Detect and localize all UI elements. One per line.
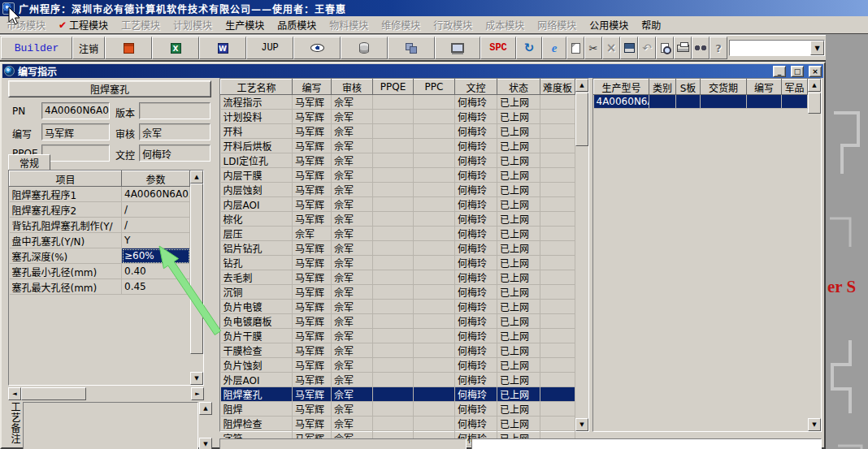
column-header[interactable]: 项目 bbox=[10, 171, 122, 187]
table-row[interactable]: 盘中孔塞孔(Y/N)Y bbox=[10, 233, 190, 248]
print-button[interactable] bbox=[674, 37, 692, 59]
menu-item[interactable]: 生产模块 bbox=[219, 16, 271, 33]
table-row[interactable]: 干膜检查马军辉佘军何梅玲已上网 bbox=[221, 343, 575, 358]
table-row[interactable]: 负电镀磨板马军辉佘军何梅玲已上网 bbox=[221, 314, 575, 329]
notes-vscrollbar[interactable]: ▲ ▼ bbox=[199, 402, 212, 449]
column-header[interactable]: 军品 bbox=[782, 80, 808, 95]
column-header[interactable]: 状态 bbox=[497, 80, 540, 95]
column-header[interactable]: 工艺名称 bbox=[221, 80, 293, 95]
notes-textarea[interactable] bbox=[23, 402, 198, 449]
column-header[interactable]: S板 bbox=[676, 80, 701, 95]
table-row[interactable]: 塞孔最大孔径(mm)0.45 bbox=[10, 279, 190, 295]
maximize-button[interactable]: □ bbox=[791, 66, 804, 77]
database-button[interactable] bbox=[341, 37, 388, 59]
column-header[interactable]: 难度板 bbox=[540, 80, 575, 95]
param-hscrollbar[interactable]: ◄ ► bbox=[8, 387, 204, 400]
find-button[interactable] bbox=[692, 37, 710, 59]
scroll-right-icon[interactable]: ► bbox=[191, 387, 204, 400]
menu-item[interactable]: 行政模块 bbox=[427, 16, 479, 33]
table-row[interactable]: 沉铜马军辉佘军何梅玲已上网 bbox=[221, 285, 575, 300]
menu-item[interactable]: 公用模块 bbox=[583, 16, 635, 33]
table-row[interactable]: 阻焊塞孔程序14A0060N6A0.cvi bbox=[10, 187, 190, 202]
save-button[interactable] bbox=[620, 37, 638, 59]
table-row[interactable]: 层压佘军佘军何梅玲已上网 bbox=[221, 227, 575, 241]
logout-button[interactable]: 注销 bbox=[72, 37, 105, 59]
param-table-vscrollbar[interactable]: ▲ ▼ bbox=[190, 171, 203, 385]
process-header-button[interactable]: 阻焊塞孔 bbox=[8, 80, 211, 97]
minimize-button[interactable]: _ bbox=[773, 66, 786, 77]
builder-button[interactable]: Builder bbox=[1, 37, 72, 59]
menu-item[interactable]: 帮助 bbox=[635, 16, 667, 33]
table-row[interactable]: 铝片钻孔马军辉佘军何梅玲已上网 bbox=[221, 241, 575, 256]
column-header[interactable]: PPC bbox=[414, 80, 455, 95]
network-button[interactable] bbox=[388, 37, 435, 59]
scroll-down-icon[interactable]: ▼ bbox=[199, 438, 212, 449]
scrollbar-thumb[interactable] bbox=[190, 183, 203, 354]
menu-item[interactable]: 品质模块 bbox=[271, 16, 323, 33]
bottom-left-panel[interactable] bbox=[219, 438, 467, 449]
menu-item[interactable]: 物料模块 bbox=[323, 16, 375, 33]
table-row[interactable]: 背钻孔阻焊塞孔制作(Y// bbox=[10, 218, 190, 233]
scroll-up-icon[interactable]: ▲ bbox=[575, 79, 588, 92]
product-table-vscrollbar[interactable]: ▲ ▼ bbox=[808, 79, 821, 431]
toolbar-combobox[interactable]: ▼ bbox=[729, 40, 825, 56]
workstation-button[interactable] bbox=[435, 37, 480, 59]
doccontrol-input[interactable]: 何梅玲 bbox=[139, 145, 210, 162]
table-row[interactable]: 内层AOI马军辉佘军何梅玲已上网 bbox=[221, 197, 575, 212]
menu-item[interactable]: 成本模块 bbox=[479, 16, 531, 33]
column-header[interactable]: 参数 bbox=[122, 171, 190, 187]
close-button[interactable]: × bbox=[809, 66, 822, 77]
table-row[interactable]: 阻焊检查马军辉佘军何梅玲已上网 bbox=[221, 417, 575, 431]
spc-button[interactable]: SPC bbox=[480, 37, 516, 59]
report-button[interactable] bbox=[105, 37, 152, 59]
column-header[interactable]: 交货期 bbox=[701, 80, 747, 95]
table-row[interactable]: 流程指示马军辉佘军何梅玲已上网 bbox=[221, 95, 575, 110]
table-row[interactable]: 阻焊塞孔程序2/ bbox=[10, 202, 190, 218]
column-header[interactable]: 文控 bbox=[455, 80, 497, 95]
scroll-up-icon[interactable]: ▲ bbox=[190, 171, 203, 183]
column-header[interactable]: 编写 bbox=[293, 80, 332, 95]
column-header[interactable]: 审核 bbox=[332, 80, 373, 95]
undo-button[interactable]: ↶ bbox=[638, 37, 656, 59]
scroll-up-icon[interactable]: ▲ bbox=[808, 79, 821, 92]
column-header[interactable]: 编写 bbox=[747, 80, 782, 95]
auditor-input[interactable]: 佘军 bbox=[139, 123, 210, 140]
chevron-down-icon[interactable]: ▼ bbox=[810, 41, 824, 55]
table-row[interactable]: 塞孔最小孔径(mm)0.40 bbox=[10, 264, 190, 279]
scrollbar-thumb[interactable] bbox=[21, 387, 86, 400]
menu-item[interactable]: 网络模块 bbox=[531, 16, 583, 33]
table-row[interactable]: 开料马军辉佘军何梅玲已上网 bbox=[221, 124, 575, 139]
table-row[interactable]: 内层干膜马军辉佘军何梅玲已上网 bbox=[221, 168, 575, 183]
help-button[interactable]: ? bbox=[710, 37, 727, 59]
print-preview-button[interactable] bbox=[656, 37, 674, 59]
table-row[interactable]: 钻孔马军辉佘军何梅玲已上网 bbox=[221, 256, 575, 270]
scrollbar-thumb[interactable] bbox=[808, 93, 821, 114]
excel-export-button[interactable]: X bbox=[152, 37, 199, 59]
table-row[interactable]: 4A0060N6A0 bbox=[594, 95, 808, 109]
table-row[interactable]: 负片蚀刻马军辉佘军何梅玲已上网 bbox=[221, 358, 575, 373]
menu-item[interactable]: 计划模块 bbox=[167, 16, 219, 33]
view-button[interactable] bbox=[293, 37, 341, 59]
scroll-down-icon[interactable]: ▼ bbox=[808, 418, 821, 431]
writer-input[interactable]: 马军辉 bbox=[41, 123, 110, 140]
column-header[interactable]: 生产型号 bbox=[594, 80, 649, 95]
scroll-down-icon[interactable]: ▼ bbox=[190, 372, 203, 385]
main-titlebar[interactable]: 广州程序：深圳市必有德计算机软件技术有限公司——使用者：王春惠 bbox=[0, 0, 868, 16]
pn-input[interactable]: 4A0060N6A0 bbox=[41, 102, 110, 119]
menu-item[interactable]: ✔工程模块 bbox=[52, 16, 115, 33]
editor-titlebar[interactable]: 编写指示 _ □ × bbox=[2, 64, 823, 78]
column-header[interactable]: PPQE bbox=[373, 80, 414, 95]
menu-item[interactable]: 工艺模块 bbox=[115, 16, 167, 33]
table-row[interactable]: 去毛刺马军辉佘军何梅玲已上网 bbox=[221, 270, 575, 285]
table-row[interactable]: 开料后烘板马军辉佘军何梅玲已上网 bbox=[221, 139, 575, 153]
table-row[interactable]: 外层AOI马军辉佘军何梅玲已上网 bbox=[221, 373, 575, 387]
scroll-up-icon[interactable]: ▲ bbox=[199, 402, 212, 415]
scroll-down-icon[interactable]: ▼ bbox=[575, 418, 588, 431]
ppqe-input[interactable] bbox=[41, 145, 110, 162]
browser-button[interactable]: e bbox=[542, 37, 566, 59]
process-table-vscrollbar[interactable]: ▲ ▼ bbox=[575, 79, 588, 431]
new-button[interactable] bbox=[566, 37, 584, 59]
cut-button[interactable]: ✂ bbox=[584, 37, 602, 59]
menu-item[interactable]: 市场模块 bbox=[0, 16, 52, 33]
jup-button[interactable]: JUP bbox=[246, 37, 293, 59]
